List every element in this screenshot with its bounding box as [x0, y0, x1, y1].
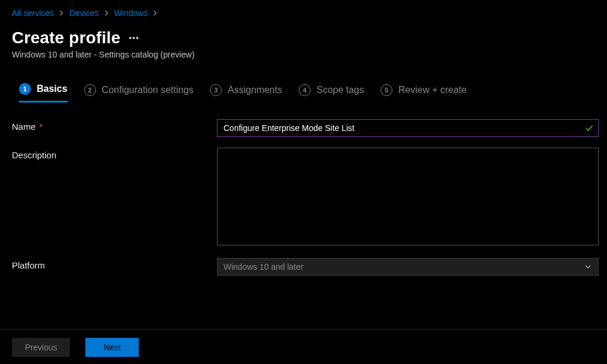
tab-label: Basics: [37, 84, 68, 94]
tab-number: 5: [381, 84, 392, 96]
tab-number: 3: [210, 84, 222, 96]
page-subtitle: Windows 10 and later - Settings catalog …: [12, 50, 607, 59]
description-input[interactable]: [217, 148, 599, 245]
previous-button[interactable]: Previous: [12, 338, 70, 357]
more-icon[interactable]: •••: [129, 33, 139, 43]
platform-select-value: Windows 10 and later: [223, 262, 304, 272]
chevron-right-icon: [152, 9, 158, 18]
platform-label: Platform: [12, 258, 217, 270]
tab-assignments[interactable]: 3 Assignments: [210, 83, 282, 103]
tab-label: Configuration settings: [102, 85, 194, 95]
chevron-right-icon: [59, 9, 65, 18]
platform-select[interactable]: Windows 10 and later: [217, 258, 599, 276]
next-button[interactable]: Next: [85, 338, 139, 357]
description-label: Description: [12, 148, 217, 160]
required-indicator: *: [37, 122, 43, 132]
breadcrumb-link-devices[interactable]: Devices: [69, 8, 99, 18]
tab-basics[interactable]: 1 Basics: [19, 83, 68, 103]
tab-label: Review + create: [398, 85, 467, 95]
tab-review-create[interactable]: 5 Review + create: [381, 83, 467, 103]
checkmark-icon: [584, 123, 594, 133]
name-input[interactable]: [217, 119, 599, 137]
name-label: Name *: [12, 119, 217, 132]
tab-label: Scope tags: [317, 85, 364, 95]
tab-label: Assignments: [228, 85, 282, 95]
wizard-tabs: 1 Basics 2 Configuration settings 3 Assi…: [19, 83, 607, 103]
breadcrumb-link-all-services[interactable]: All services: [12, 8, 54, 18]
footer-divider: [0, 329, 607, 330]
chevron-down-icon: [584, 263, 592, 271]
tab-number: 2: [84, 84, 96, 96]
tab-configuration-settings[interactable]: 2 Configuration settings: [84, 83, 194, 103]
tab-number: 1: [19, 83, 31, 95]
tab-number: 4: [299, 84, 311, 96]
breadcrumb: All services Devices Windows: [12, 8, 607, 18]
page-title: Create profile: [12, 28, 120, 47]
breadcrumb-link-windows[interactable]: Windows: [114, 8, 148, 18]
chevron-right-icon: [104, 9, 110, 18]
tab-scope-tags[interactable]: 4 Scope tags: [299, 83, 364, 103]
